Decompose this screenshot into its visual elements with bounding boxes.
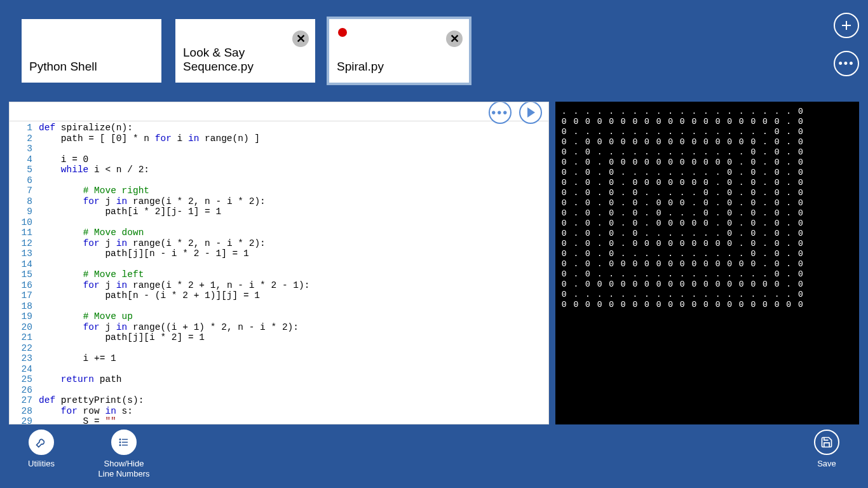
more-button[interactable]: •••: [834, 51, 859, 76]
tab-strip: Python Shell ✕ Look & Say Sequence.py ✕ …: [0, 0, 868, 102]
save-icon: [814, 430, 839, 455]
utilities-button[interactable]: Utilities: [13, 430, 70, 478]
app-bar: Utilities Show/Hide Line Numbers Save: [0, 424, 868, 488]
close-icon[interactable]: ✕: [446, 30, 463, 47]
app-bar-left-group: Utilities Show/Hide Line Numbers: [13, 430, 153, 478]
button-label: Utilities: [28, 459, 55, 469]
editor-toolbar: •••: [10, 102, 548, 121]
ellipsis-icon: •••: [839, 57, 855, 71]
tab-label: Python Shell: [29, 60, 97, 74]
tab-python-shell[interactable]: Python Shell: [22, 19, 161, 83]
tab-look-and-say[interactable]: ✕ Look & Say Sequence.py: [175, 19, 315, 83]
editor-pane: ••• 1 2 3 4 5 6 7 8 9 10 11 12 13 14 15 …: [9, 102, 549, 424]
code-area[interactable]: 1 2 3 4 5 6 7 8 9 10 11 12 13 14 15 16 1…: [10, 121, 548, 424]
add-button[interactable]: [834, 13, 859, 38]
tab-spiral[interactable]: ✕ Spiral.py: [329, 19, 469, 83]
code-text[interactable]: def spiralize(n): path = [ [0] * n for i…: [36, 121, 548, 424]
close-icon[interactable]: ✕: [292, 30, 309, 47]
list-icon: [111, 430, 137, 455]
tab-label: Spiral.py: [337, 60, 384, 74]
line-number-gutter: 1 2 3 4 5 6 7 8 9 10 11 12 13 14 15 16 1…: [10, 121, 36, 424]
save-button[interactable]: Save: [798, 430, 855, 469]
wrench-icon: [29, 430, 54, 455]
svg-point-7: [119, 445, 121, 446]
button-label: Save: [817, 459, 836, 469]
tab-label: Look & Say Sequence.py: [183, 46, 308, 74]
work-area: ••• 1 2 3 4 5 6 7 8 9 10 11 12 13 14 15 …: [9, 102, 859, 424]
unsaved-indicator-icon: [338, 28, 347, 37]
run-button[interactable]: [519, 102, 542, 124]
editor-more-button[interactable]: •••: [489, 102, 512, 124]
svg-point-6: [119, 442, 121, 443]
svg-point-5: [119, 439, 121, 440]
ellipsis-icon: •••: [491, 105, 508, 120]
toggle-line-numbers-button[interactable]: Show/Hide Line Numbers: [95, 430, 153, 478]
button-label: Show/Hide Line Numbers: [95, 459, 153, 478]
top-right-buttons: •••: [834, 13, 859, 76]
output-pane: . . . . . . . . . . . . . . . . . . . . …: [555, 102, 859, 424]
